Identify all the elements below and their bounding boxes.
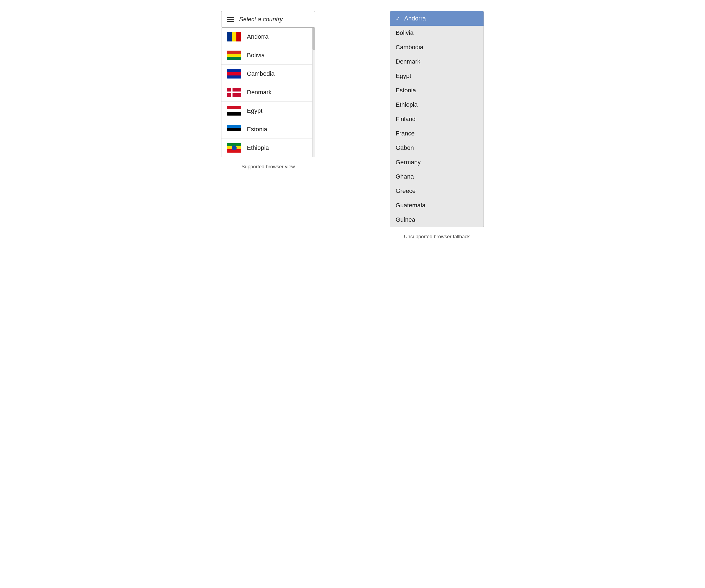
flag-bolivia <box>227 51 241 60</box>
native-select-box[interactable]: ✓ Andorra Bolivia Cambodia Denmark Egypt… <box>390 11 484 227</box>
right-panel: ✓ Andorra Bolivia Cambodia Denmark Egypt… <box>369 11 505 240</box>
country-name: Bolivia <box>395 29 414 37</box>
country-name: Greece <box>395 187 416 195</box>
list-item[interactable]: Denmark <box>390 54 483 69</box>
country-name: Ethiopia <box>395 101 418 108</box>
list-item[interactable]: Ghana <box>390 169 483 184</box>
country-name: Estonia <box>395 87 416 94</box>
flag-denmark <box>227 88 241 97</box>
list-item[interactable]: Denmark <box>222 83 315 102</box>
list-item[interactable]: Andorra <box>222 28 315 46</box>
country-name: Germany <box>395 159 421 166</box>
flag-egypt <box>227 106 241 115</box>
country-name: Ethiopia <box>247 144 269 151</box>
list-item[interactable]: Guinea <box>390 212 483 227</box>
country-name: Cambodia <box>247 70 275 78</box>
list-item[interactable]: Guatemala <box>390 198 483 212</box>
list-item[interactable]: Greece <box>390 184 483 198</box>
list-item[interactable]: Estonia <box>390 83 483 98</box>
scrollbar-track[interactable] <box>313 28 315 157</box>
scrollbar-thumb[interactable] <box>313 28 315 50</box>
country-name: Guatemala <box>395 202 425 209</box>
list-item[interactable]: ✓ Andorra <box>390 11 483 26</box>
left-caption: Supported browser view <box>241 164 295 170</box>
country-name: Andorra <box>404 15 426 22</box>
flag-ethiopia <box>227 143 241 153</box>
list-item[interactable]: Ethiopia <box>390 98 483 112</box>
country-name: Guinea <box>395 216 415 224</box>
country-name: Ghana <box>395 173 414 180</box>
select-trigger[interactable]: Select a country <box>221 11 315 28</box>
hamburger-icon <box>227 17 234 22</box>
country-name: Gabon <box>395 144 414 151</box>
flag-andorra <box>227 32 241 42</box>
country-name: Egypt <box>247 107 263 114</box>
list-item[interactable]: Germany <box>390 155 483 169</box>
country-name: Denmark <box>247 89 272 96</box>
list-item[interactable]: Bolivia <box>390 26 483 40</box>
country-name: Denmark <box>395 58 420 65</box>
flag-cambodia <box>227 69 241 79</box>
country-name: France <box>395 130 414 137</box>
country-name: Estonia <box>247 126 267 133</box>
custom-dropdown: Andorra Bolivia Cambodia Denmark <box>221 28 315 157</box>
list-item[interactable]: Egypt <box>390 69 483 83</box>
list-item[interactable]: Cambodia <box>222 65 315 83</box>
country-name: Cambodia <box>395 44 423 51</box>
country-name: Finland <box>395 115 416 123</box>
left-dropdown-container: Andorra Bolivia Cambodia Denmark <box>221 28 315 157</box>
country-name: Egypt <box>395 72 411 80</box>
list-item[interactable]: Egypt <box>222 102 315 120</box>
select-placeholder: Select a country <box>239 16 283 23</box>
list-item[interactable]: Bolivia <box>222 46 315 65</box>
list-item[interactable]: Ethiopia <box>222 139 315 157</box>
page-container: Select a country Andorra Bolivia Cam <box>200 11 505 240</box>
list-item[interactable]: Cambodia <box>390 40 483 54</box>
list-item[interactable]: France <box>390 126 483 141</box>
flag-estonia <box>227 125 241 134</box>
country-name: Andorra <box>247 33 269 40</box>
custom-select-wrapper: Select a country Andorra Bolivia Cam <box>221 11 315 157</box>
list-item[interactable]: Finland <box>390 112 483 126</box>
left-panel: Select a country Andorra Bolivia Cam <box>200 11 336 170</box>
checkmark-icon: ✓ <box>395 15 400 22</box>
list-item[interactable]: Estonia <box>222 120 315 139</box>
country-name: Bolivia <box>247 52 265 59</box>
list-item[interactable]: Gabon <box>390 141 483 155</box>
right-caption: Unsupported browser fallback <box>404 234 470 240</box>
